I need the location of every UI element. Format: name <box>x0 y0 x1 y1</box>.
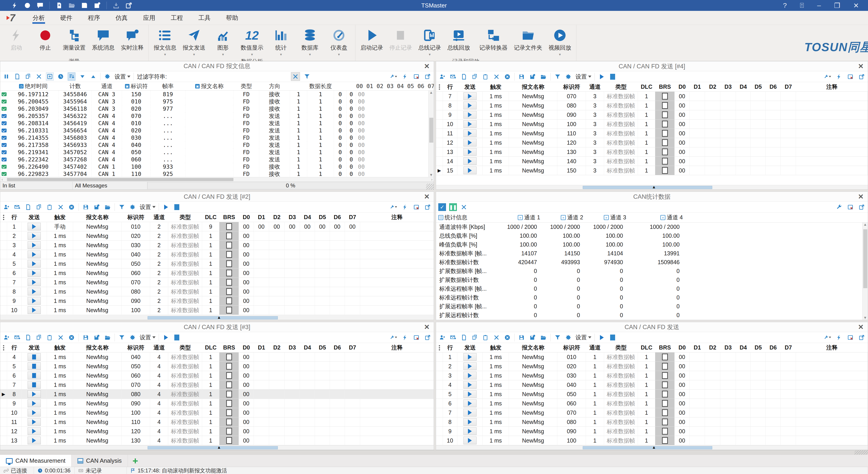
column-header[interactable]: D0 <box>239 213 254 222</box>
export-button[interactable] <box>424 72 432 81</box>
column-header[interactable]: 通道 <box>150 213 168 222</box>
stats-row[interactable]: 扩展数据帧率 [帧...0000 <box>436 267 868 276</box>
x-button[interactable] <box>57 203 64 211</box>
user-add-button[interactable] <box>438 73 446 81</box>
table-row[interactable]: 31 msNewMsg0301标准数据帧100 <box>436 371 868 380</box>
window-close-button[interactable] <box>412 203 420 211</box>
column-header[interactable]: 注释 <box>360 343 434 352</box>
table-row[interactable]: 141 msNewMsg1403标准数据帧100 <box>436 157 868 166</box>
column-header-hex[interactable]: 00 01 02 03 04 05 06 07 <box>356 82 434 90</box>
menu-tab-analysis[interactable]: 分析 <box>25 11 53 25</box>
menu-tab-project[interactable]: 工程 <box>163 11 191 25</box>
column-header[interactable]: 报文名称 <box>509 343 557 352</box>
x-button[interactable] <box>57 334 64 342</box>
column-header[interactable]: D5 <box>751 343 766 352</box>
brs-checkbox[interactable] <box>662 149 668 155</box>
column-header[interactable]: BRS <box>655 82 675 91</box>
brs-checkbox[interactable] <box>226 232 232 239</box>
sort-button[interactable] <box>68 72 75 81</box>
save-button[interactable] <box>82 334 90 342</box>
column-header[interactable]: 类型 <box>604 82 638 91</box>
scroll-thumb[interactable] <box>7 178 234 181</box>
paste-button[interactable] <box>46 203 54 211</box>
ribbon-btn-stop[interactable]: 停止 <box>31 27 60 56</box>
column-header[interactable]: ▣报文名称 <box>185 82 234 90</box>
horizontal-splitter[interactable] <box>436 190 868 191</box>
send-play-button[interactable] <box>28 232 41 240</box>
page-button[interactable] <box>13 72 21 81</box>
brs-checkbox[interactable] <box>662 400 668 407</box>
ribbon-btn-graphics[interactable]: 图形▾ <box>209 27 238 56</box>
send-stop-button[interactable] <box>28 381 41 389</box>
brs-checkbox[interactable] <box>226 223 232 230</box>
stats-row[interactable]: 峰值负载率 [%]100.00100.00100.00100.00 <box>436 240 868 249</box>
table-row[interactable]: 96.2030493456118CAN 3020977FD接收110000 <box>0 105 434 112</box>
tab-can-measurement[interactable]: CAN Measurement <box>0 455 71 467</box>
lightning-button[interactable] <box>401 334 409 342</box>
column-header[interactable]: D2 <box>705 343 720 352</box>
save-as-button[interactable] <box>93 203 100 211</box>
ribbon-btn-database[interactable]: 数据库▾ <box>296 27 324 56</box>
send-play-button[interactable] <box>28 428 41 435</box>
brs-checkbox[interactable] <box>226 372 232 379</box>
stats-row[interactable]: 标准远程帧计数0000 <box>436 293 868 302</box>
column-header[interactable]: D7 <box>345 213 360 222</box>
send-play-button[interactable] <box>463 390 476 398</box>
gear-button[interactable] <box>565 334 572 342</box>
brs-checkbox[interactable] <box>226 437 232 444</box>
send-play-button[interactable] <box>28 400 41 407</box>
brs-checkbox[interactable] <box>662 139 668 146</box>
send-stop-button[interactable] <box>28 362 41 370</box>
send-stop-button[interactable] <box>28 353 41 361</box>
page-copy-button[interactable] <box>35 334 43 342</box>
table-row[interactable]: 71 msNewMsg0703标准数据帧100 <box>436 92 868 101</box>
column-header[interactable]: 通道 <box>586 343 604 352</box>
stats-enable-checkbox[interactable]: ✓ <box>438 203 446 211</box>
open-button[interactable] <box>539 73 547 81</box>
table-row[interactable]: 61 msNewMsg0604标准数据帧100 <box>0 371 434 380</box>
send-play-button[interactable] <box>463 139 476 147</box>
save-button[interactable] <box>82 203 90 211</box>
stop-all-button[interactable] <box>173 334 181 342</box>
brs-checkbox[interactable] <box>662 409 668 416</box>
column-header[interactable]: D4 <box>736 343 751 352</box>
wrench-button[interactable] <box>390 72 398 81</box>
close-icon[interactable]: ✕ <box>424 62 430 70</box>
brs-checkbox[interactable] <box>226 288 232 295</box>
gear-button[interactable] <box>565 73 572 81</box>
send-play-button[interactable] <box>463 92 476 100</box>
send-play-button[interactable] <box>28 418 41 426</box>
window-close-button[interactable] <box>846 203 854 211</box>
table-row[interactable]: 41 msNewMsg0404标准数据帧100 <box>0 352 434 362</box>
save-button[interactable] <box>518 73 525 81</box>
column-header[interactable]: 发送 <box>22 213 47 222</box>
gear-button[interactable] <box>104 72 112 81</box>
horizontal-scrollbar[interactable]: ▲ <box>0 445 434 450</box>
ribbon-btn-stop-logging[interactable]: 停止记录 <box>386 27 415 56</box>
save-as-button[interactable] <box>529 73 536 81</box>
table-row[interactable]: 101 msNewMsg1002标准数据帧100 <box>0 306 434 315</box>
column-header[interactable]: 发送 <box>457 343 483 352</box>
stats-row[interactable]: 扩展远程帧率 [帧...0000 <box>436 302 868 311</box>
column-header[interactable]: D1 <box>690 82 705 91</box>
column-header[interactable]: »通道 2 <box>547 213 590 222</box>
gear-button[interactable] <box>129 334 136 342</box>
brs-checkbox[interactable] <box>226 251 232 258</box>
open-button[interactable] <box>539 334 547 342</box>
help-button[interactable]: ? <box>783 2 787 9</box>
column-header[interactable]: DLC <box>638 343 655 352</box>
scroll-up-arrow[interactable]: ▲ <box>863 222 868 227</box>
brs-checkbox[interactable] <box>662 437 668 444</box>
table-row[interactable]: 71 msNewMsg0701标准数据帧100 <box>436 408 868 417</box>
column-header[interactable]: 触发 <box>483 82 509 91</box>
scroll-thumb[interactable] <box>583 186 712 189</box>
column-header[interactable]: D5 <box>751 82 766 91</box>
send-play-button[interactable] <box>28 306 41 314</box>
column-header[interactable]: D1 <box>254 213 269 222</box>
filter-funnel-button[interactable] <box>303 72 311 81</box>
page-button[interactable] <box>460 73 468 81</box>
column-header[interactable]: DLC <box>638 82 655 91</box>
minimize-button[interactable]: – <box>817 2 821 9</box>
tri-down-button[interactable] <box>79 72 86 81</box>
send-play-button[interactable] <box>463 409 476 416</box>
